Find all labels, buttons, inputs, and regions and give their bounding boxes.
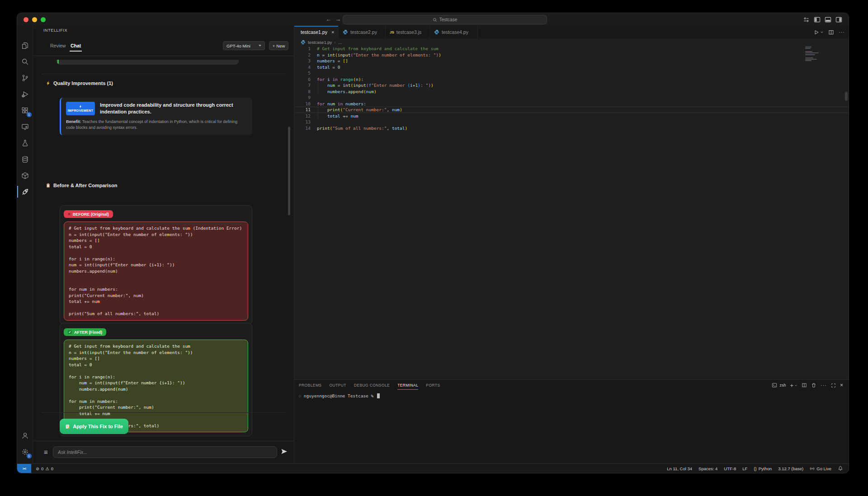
more-actions-icon[interactable]: ··· — [821, 383, 827, 388]
tab-output[interactable]: OUTPUT — [329, 383, 346, 387]
toggle-secondary-sidebar-icon[interactable] — [835, 16, 842, 23]
search-icon — [21, 58, 29, 66]
send-icon[interactable] — [281, 449, 288, 454]
tab-terminal[interactable]: TERMINAL — [397, 383, 418, 387]
close-panel-icon[interactable]: × — [840, 382, 843, 388]
lightning-bolt-icon — [79, 104, 82, 109]
code-line[interactable]: 4total = 0 — [294, 64, 849, 71]
tab-debug-console[interactable]: DEBUG CONSOLE — [354, 383, 390, 387]
sidebar-item-database[interactable] — [17, 151, 33, 167]
settings-badge: 1 — [27, 453, 32, 458]
tab-testcase4[interactable]: testcase4.py — [430, 26, 478, 38]
run-debug-icon — [21, 90, 29, 98]
tab-problems[interactable]: PROBLEMS — [299, 383, 321, 387]
code-editor[interactable]: 1# Get input from keyboard and calculate… — [294, 46, 849, 379]
editor-scrollbar[interactable] — [845, 92, 848, 101]
code-line[interactable]: 5 — [294, 70, 849, 76]
command-center-search[interactable]: Testcase — [343, 15, 547, 24]
apply-fix-button[interactable]: Apply This Fix to File — [60, 419, 128, 434]
minimap[interactable] — [805, 46, 823, 60]
chat-scrollbar[interactable] — [288, 127, 290, 215]
sidebar-item-run-debug[interactable] — [17, 86, 33, 102]
code-line[interactable]: 12 total += num — [294, 113, 849, 119]
code-line[interactable]: 8 numbers.append(num) — [294, 89, 849, 95]
window-minimize-button[interactable] — [32, 17, 37, 22]
error-count: 0 — [41, 466, 43, 471]
code-line[interactable]: 9 — [294, 94, 849, 101]
code-line[interactable]: 14print("Sum of all numbers:", total) — [294, 125, 849, 132]
python-icon — [301, 40, 306, 45]
code-line[interactable]: 13 — [294, 119, 849, 125]
sidebar-item-extensions[interactable]: 1 — [17, 102, 33, 118]
notifications-bell-icon[interactable] — [838, 466, 843, 471]
nav-back-icon[interactable]: ← — [326, 13, 331, 26]
tab-ports[interactable]: PORTS — [426, 383, 440, 387]
window-zoom-button[interactable] — [41, 17, 46, 22]
new-terminal-button[interactable]: + — [790, 382, 797, 389]
tab-review[interactable]: Review — [50, 43, 66, 48]
cursor-position[interactable]: Ln 11, Col 34 — [667, 466, 692, 471]
account-button[interactable] — [17, 427, 33, 444]
window-close-button[interactable] — [24, 17, 28, 22]
broadcast-icon — [810, 466, 815, 471]
terminal-output[interactable]: ○ nguyenngoc@Binne Testcase % — [299, 393, 380, 398]
sidebar-item-remote-explorer[interactable] — [17, 118, 33, 135]
toggle-primary-sidebar-icon[interactable] — [814, 16, 821, 23]
split-terminal-icon[interactable] — [802, 383, 807, 388]
breadcrumb[interactable]: testcase1.py › … — [294, 38, 849, 46]
terminal-icon — [772, 383, 777, 388]
code-line[interactable]: 7 num = int(input(f"Enter number {i+1}: … — [294, 82, 849, 89]
braces-icon: {} — [754, 466, 756, 471]
maximize-panel-icon[interactable] — [831, 383, 836, 388]
sidebar-item-source-control[interactable] — [17, 70, 33, 86]
run-python-button[interactable] — [813, 29, 824, 35]
green-border-remnant — [57, 60, 59, 64]
code-line[interactable]: 1# Get input from keyboard and calculate… — [294, 46, 849, 52]
remote-indicator[interactable]: >< — [17, 464, 31, 473]
split-editor-icon[interactable] — [828, 29, 834, 35]
sidebar-item-intellifix[interactable] — [17, 184, 33, 200]
breadcrumb-file[interactable]: testcase1.py — [308, 40, 332, 45]
tab-testcase2[interactable]: testcase2.py — [339, 26, 386, 38]
warning-count: 0 — [51, 466, 53, 471]
ask-intellifix-input[interactable] — [53, 446, 277, 458]
tab-testcase1[interactable]: testcase1.py × — [294, 26, 339, 38]
go-live-button[interactable]: Go Live — [810, 466, 831, 471]
code-line[interactable]: 2n = int(input("Enter the number of elem… — [294, 52, 849, 58]
model-selector-dropdown[interactable]: GPT-4o Mini — [223, 41, 265, 50]
tab-testcase3[interactable]: JS testcase3.js — [386, 26, 430, 38]
nav-forward-icon[interactable]: → — [335, 13, 341, 26]
toggle-panel-icon[interactable] — [825, 16, 831, 23]
database-icon — [21, 156, 29, 163]
customize-layout-icon[interactable] — [803, 16, 810, 23]
sidebar-item-testing[interactable] — [17, 135, 33, 151]
sidebar-item-explorer[interactable] — [17, 37, 33, 53]
new-chat-button[interactable]: + New — [269, 41, 288, 50]
kill-terminal-trash-icon[interactable] — [811, 383, 816, 388]
sidebar-item-package[interactable] — [17, 167, 33, 184]
code-line[interactable]: 3numbers = [] — [294, 58, 849, 64]
editor-group: testcase1.py × testcase2.py JS testcase3… — [294, 26, 849, 463]
indentation-setting[interactable]: Spaces: 4 — [698, 466, 717, 471]
sidebar-item-search[interactable] — [17, 53, 33, 70]
lightning-bolt-icon — [46, 80, 51, 86]
panel-terminal: PROBLEMS OUTPUT DEBUG CONSOLE TERMINAL P… — [294, 379, 849, 463]
chat-content[interactable]: Quality Improvements (1) IMPROVEMENT Imp… — [33, 56, 294, 441]
language-mode[interactable]: {} Python — [754, 466, 772, 471]
code-line[interactable]: 6for i in range(n): — [294, 76, 849, 83]
improvement-title: Improved code readability and structure … — [100, 102, 247, 115]
close-icon[interactable]: × — [331, 29, 334, 35]
python-interpreter[interactable]: 3.12.7 (base) — [778, 466, 803, 471]
tab-chat[interactable]: Chat — [71, 43, 81, 48]
encoding-setting[interactable]: UTF-8 — [724, 466, 736, 471]
more-actions-icon[interactable]: ··· — [839, 29, 845, 35]
settings-button[interactable]: 1 — [17, 444, 33, 460]
problems-status[interactable]: ⊘ 0 ⚠ 0 — [36, 466, 53, 471]
eol-setting[interactable]: LF — [742, 466, 747, 471]
code-line[interactable]: 10for num in numbers: — [294, 101, 849, 107]
source-control-icon — [21, 74, 29, 82]
code-line[interactable]: 11 print("Current number:", num) — [294, 107, 849, 113]
menu-icon[interactable]: ≡ — [44, 448, 48, 457]
python-icon — [343, 29, 348, 35]
breadcrumb-symbol[interactable]: … — [338, 40, 343, 45]
